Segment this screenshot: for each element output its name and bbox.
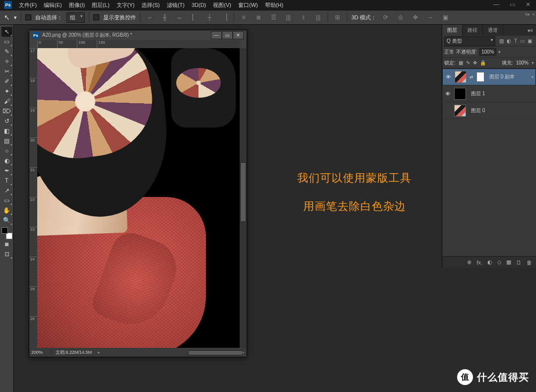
screen-mode-icon[interactable]: ⊡ <box>1 249 12 259</box>
menu-2[interactable]: 图像(I) <box>66 0 88 10</box>
layer-thumbnail[interactable] <box>454 105 466 117</box>
vertical-ruler[interactable]: 17181920212223242526 <box>29 48 37 348</box>
align-vcenter-icon[interactable]: ╫ <box>159 12 170 23</box>
layer-footer-btn-0[interactable]: ⊕ <box>467 259 471 265</box>
lock-brush-icon[interactable]: ✎ <box>466 60 470 65</box>
distribute-hcenter-icon[interactable]: ⦀ <box>298 12 309 23</box>
fill-field[interactable]: 100% <box>516 60 529 65</box>
menu-4[interactable]: 文字(Y) <box>114 0 138 10</box>
path-select-tool[interactable]: ↗ <box>1 186 12 196</box>
collapse-panels-icon[interactable]: « <box>532 11 535 17</box>
doc-close-button[interactable]: ✕ <box>233 31 244 39</box>
close-button[interactable]: ✕ <box>520 0 536 9</box>
filter-smart-icon[interactable]: ▣ <box>528 38 532 44</box>
quick-mask-icon[interactable]: ◙ <box>1 239 12 249</box>
doc-maximize-button[interactable]: ▭ <box>222 31 233 39</box>
auto-align-icon[interactable]: ⊞ <box>332 12 343 23</box>
scroll-thumb-h[interactable] <box>188 350 243 355</box>
maximize-button[interactable]: ▭ <box>504 0 520 9</box>
history-brush-tool[interactable]: ↺ <box>1 116 12 126</box>
layer-name[interactable]: 图层 0 <box>471 107 485 114</box>
layer-row-2[interactable]: 图层 0 <box>442 102 536 119</box>
tab-layers[interactable]: 图层 <box>442 25 463 36</box>
align-left-icon[interactable]: ▏ <box>189 12 200 23</box>
menu-9[interactable]: 窗口(W) <box>235 0 261 10</box>
layer-name[interactable]: 图层 0 副本 <box>489 73 515 80</box>
filter-adjust-icon[interactable]: ◐ <box>507 38 511 44</box>
menu-10[interactable]: 帮助(H) <box>262 0 286 10</box>
filter-shape-icon[interactable]: ▭ <box>520 38 525 44</box>
blur-tool[interactable]: ○ <box>1 146 12 156</box>
lock-all-icon[interactable]: 🔒 <box>480 60 486 65</box>
distribute-bottom-icon[interactable]: ☰ <box>268 12 279 23</box>
blend-mode-dropdown[interactable]: 正常 <box>444 49 454 56</box>
panel-menu-icon[interactable]: ≡▸ <box>525 11 530 17</box>
tab-paths[interactable]: 路径 <box>463 25 483 36</box>
layer-mask-thumbnail[interactable] <box>476 72 484 82</box>
foreground-color[interactable] <box>1 227 8 234</box>
eraser-tool[interactable]: ◧ <box>1 126 12 136</box>
document-titlebar[interactable]: Ps A20.png @ 200% (图层 0 副本, RGB/8) * — ▭… <box>29 30 247 40</box>
color-swatches[interactable] <box>1 227 12 239</box>
menu-1[interactable]: 编辑(E) <box>41 0 65 10</box>
menu-6[interactable]: 滤镜(T) <box>164 0 188 10</box>
layer-footer-btn-3[interactable]: ◇ <box>497 259 501 265</box>
shape-tool[interactable]: ▭ <box>1 196 12 205</box>
3d-orbit-icon[interactable]: ⟳ <box>380 12 391 23</box>
status-menu-icon[interactable]: ▸ <box>98 350 100 355</box>
layer-footer-btn-4[interactable]: ▩ <box>506 259 511 265</box>
distribute-top-icon[interactable]: ≡ <box>238 12 249 23</box>
vertical-scrollbar[interactable] <box>240 48 247 348</box>
layer-footer-btn-6[interactable]: 🗑 <box>527 260 532 265</box>
move-tool[interactable]: ↖ <box>1 27 12 37</box>
distribute-left-icon[interactable]: ||| <box>283 12 294 23</box>
crop-tool[interactable]: ✂ <box>1 66 12 76</box>
3d-scale-icon[interactable]: ▣ <box>440 12 451 23</box>
layer-row-1[interactable]: 👁图层 1 <box>442 85 536 102</box>
horizontal-ruler[interactable]: 050100150 <box>37 40 240 48</box>
type-tool[interactable]: T <box>1 176 12 186</box>
layer-footer-btn-1[interactable]: fx. <box>476 260 482 265</box>
menu-5[interactable]: 选择(S) <box>138 0 163 10</box>
3d-slide-icon[interactable]: ↔ <box>425 12 436 23</box>
opacity-field[interactable]: 100% <box>479 48 496 56</box>
menu-7[interactable]: 3D(D) <box>189 1 209 9</box>
dodge-tool[interactable]: ◐ <box>1 156 12 166</box>
layer-footer-btn-2[interactable]: ◐ <box>487 259 492 265</box>
auto-select-dropdown[interactable]: 组 <box>67 12 85 23</box>
canvas[interactable] <box>37 48 240 348</box>
show-transform-checkbox[interactable] <box>93 14 99 20</box>
layer-thumbnail[interactable] <box>455 71 467 83</box>
marquee-tool[interactable]: ▭ <box>1 37 12 47</box>
3d-roll-icon[interactable]: ◎ <box>395 12 406 23</box>
zoom-field[interactable]: 200% <box>29 350 52 355</box>
menu-0[interactable]: 文件(F) <box>16 0 40 10</box>
layer-footer-btn-5[interactable]: 🗋 <box>516 260 522 265</box>
opacity-scrub-icon[interactable]: ▾ <box>498 49 501 55</box>
stamp-tool[interactable]: ⌦ <box>1 106 12 116</box>
lock-position-icon[interactable]: ✥ <box>473 60 477 65</box>
gradient-tool[interactable]: ▤ <box>1 136 12 146</box>
filter-pixel-icon[interactable]: ▧ <box>499 38 504 44</box>
fill-scrub-icon[interactable]: ▾ <box>532 60 534 65</box>
3d-pan-icon[interactable]: ✥ <box>410 12 421 23</box>
visibility-toggle[interactable]: 👁 <box>445 74 452 80</box>
pen-tool[interactable]: ✒ <box>1 166 12 176</box>
distribute-vcenter-icon[interactable]: ≣ <box>253 12 264 23</box>
layer-name[interactable]: 图层 1 <box>471 90 485 97</box>
panel-options-icon[interactable]: ▾≡ <box>528 28 533 33</box>
layer-filter-dropdown[interactable]: Q 类型 <box>444 36 495 46</box>
brush-tool[interactable]: 🖌 <box>1 96 12 106</box>
minimize-button[interactable]: — <box>488 0 504 9</box>
scroll-thumb-v[interactable] <box>240 162 246 222</box>
magic-wand-tool[interactable]: ✧ <box>1 57 12 66</box>
layer-row-0[interactable]: 👁⇌图层 0 副本 <box>442 68 536 85</box>
link-mask-icon[interactable]: ⇌ <box>469 74 473 79</box>
zoom-tool[interactable]: 🔍 <box>1 215 12 225</box>
align-right-icon[interactable]: ▕ <box>219 12 230 23</box>
distribute-right-icon[interactable]: ||| <box>313 12 324 23</box>
align-hcenter-icon[interactable]: ┼ <box>204 12 215 23</box>
align-top-icon[interactable]: ⌐ <box>144 12 155 23</box>
menu-8[interactable]: 视图(V) <box>210 0 234 10</box>
lock-pixels-icon[interactable]: ▦ <box>459 60 463 65</box>
